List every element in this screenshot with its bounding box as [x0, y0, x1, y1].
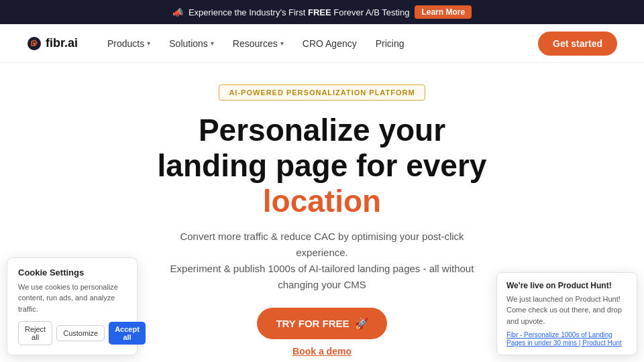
- logo[interactable]: fibr.ai: [27, 36, 78, 51]
- products-chevron-icon: ▾: [147, 40, 150, 47]
- logo-text: fibr.ai: [46, 36, 78, 50]
- hero-title: Personalize your landing page for every …: [87, 113, 557, 219]
- hero-badge: AI-POWERED PERSONALIZATION PLATFORM: [219, 84, 425, 101]
- svg-point-1: [33, 42, 36, 45]
- nav-right: Get started: [538, 32, 617, 56]
- logo-icon: [27, 36, 42, 51]
- announcement-text: Experience the Industry's First FREE For…: [189, 7, 410, 17]
- nav-links: Products ▾ Solutions ▾ Resources ▾ CRO A…: [99, 34, 538, 53]
- resources-chevron-icon: ▾: [280, 40, 284, 47]
- cookie-settings-popup: Cookie Settings We use cookies to person…: [7, 257, 138, 356]
- solutions-chevron-icon: ▾: [211, 40, 214, 47]
- nav-pricing[interactable]: Pricing: [368, 34, 413, 53]
- product-hunt-notification: We're live on Product Hunt! We just laun…: [496, 272, 637, 356]
- learn-more-button[interactable]: Learn More: [415, 5, 472, 19]
- announcement-icon: 📣: [172, 7, 183, 17]
- hero-subtitle: Convert more traffic & reduce CAC by opt…: [161, 229, 483, 293]
- cookie-buttons: Reject all Customize Accept all: [18, 321, 126, 345]
- accept-all-button[interactable]: Accept all: [109, 322, 146, 345]
- cookie-text: We use cookies to personalize content, r…: [18, 282, 126, 315]
- cookie-title: Cookie Settings: [18, 267, 126, 278]
- try-free-button[interactable]: TRY FOR FREE 🚀: [257, 308, 386, 339]
- nav-solutions[interactable]: Solutions ▾: [161, 34, 222, 53]
- nav-products[interactable]: Products ▾: [99, 34, 158, 53]
- ph-link[interactable]: Fibr - Personalize 1000s of Landing Page…: [506, 331, 622, 347]
- ph-text: We just launched on Product Hunt! Come c…: [506, 294, 627, 327]
- navbar: fibr.ai Products ▾ Solutions ▾ Resources…: [0, 24, 644, 63]
- reject-all-button[interactable]: Reject all: [18, 321, 52, 345]
- announcement-bar: 📣 Experience the Industry's First FREE F…: [0, 0, 644, 24]
- get-started-button[interactable]: Get started: [538, 32, 617, 56]
- nav-resources[interactable]: Resources ▾: [225, 34, 292, 53]
- customize-button[interactable]: Customize: [56, 325, 105, 341]
- nav-cro[interactable]: CRO Agency: [294, 34, 365, 53]
- rocket-icon: 🚀: [355, 317, 368, 330]
- hero-accent-word: location: [263, 184, 381, 219]
- ph-title: We're live on Product Hunt!: [506, 281, 627, 290]
